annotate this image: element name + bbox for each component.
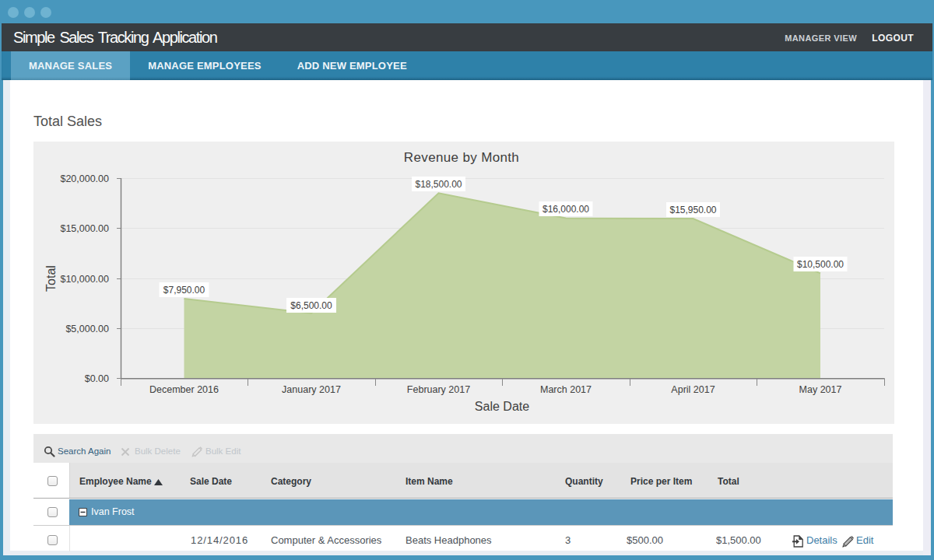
svg-text:Sale Date: Sale Date — [475, 400, 529, 413]
svg-text:December 2016: December 2016 — [149, 384, 219, 395]
svg-text:Revenue by Month: Revenue by Month — [404, 150, 519, 165]
svg-text:$10,500.00: $10,500.00 — [797, 259, 844, 270]
svg-text:$0.00: $0.00 — [85, 373, 109, 384]
svg-text:March 2017: March 2017 — [540, 384, 592, 395]
svg-text:Total: Total — [44, 265, 58, 292]
svg-text:$15,000.00: $15,000.00 — [60, 223, 109, 234]
svg-text:$20,000.00: $20,000.00 — [60, 173, 109, 184]
svg-text:February 2017: February 2017 — [407, 384, 470, 395]
svg-text:January 2017: January 2017 — [282, 384, 341, 395]
svg-text:$16,000.00: $16,000.00 — [542, 204, 589, 215]
svg-text:May 2017: May 2017 — [799, 384, 842, 395]
svg-text:$10,000.00: $10,000.00 — [60, 274, 109, 285]
svg-text:$18,500.00: $18,500.00 — [415, 179, 462, 190]
svg-text:$7,950.00: $7,950.00 — [163, 285, 205, 296]
svg-text:$6,500.00: $6,500.00 — [290, 300, 332, 311]
svg-text:$5,000.00: $5,000.00 — [65, 324, 109, 334]
svg-text:April 2017: April 2017 — [671, 384, 715, 395]
svg-text:$15,950.00: $15,950.00 — [669, 205, 716, 215]
